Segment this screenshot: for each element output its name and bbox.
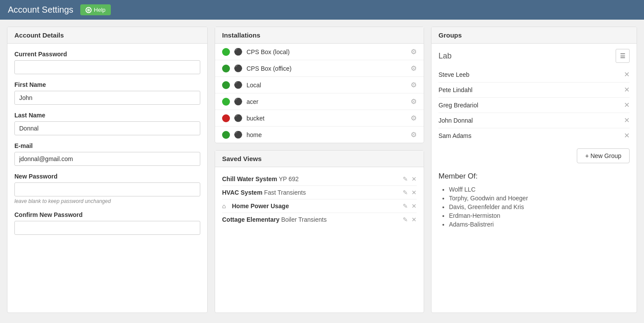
app-header: Account Settings ⊕ Help (0, 0, 644, 20)
status-dot-online (222, 131, 230, 139)
groups-content: Lab ☰ Steve Leeb ✕ Pete Lindahl ✕ Greg B… (432, 44, 637, 234)
group-menu-button[interactable]: ☰ (616, 49, 630, 63)
app-title: Account Settings (8, 5, 73, 15)
groups-title: Groups (432, 27, 637, 44)
middle-column: Installations ⚫ CPS Box (local) ⚙ ⚫ CPS … (215, 27, 424, 313)
saved-view-row: ⌂ Home Power Usage ✎ ✕ (222, 199, 417, 213)
person-icon: ⚫ (234, 131, 242, 139)
edit-icon[interactable]: ✎ (403, 189, 408, 196)
member-name: Sam Adams (438, 132, 624, 139)
saved-view-name: Cottage Elementary (222, 216, 279, 223)
installation-name: CPS Box (local) (247, 48, 406, 55)
new-password-group: New Password leave blank to keep passwor… (14, 173, 200, 204)
installations-list: ⚫ CPS Box (local) ⚙ ⚫ CPS Box (office) ⚙… (215, 44, 424, 143)
person-icon: ⚫ (234, 114, 242, 122)
member-of-section: Member Of: Wolff LLC Torphy, Goodwin and… (438, 168, 630, 229)
installation-row: ⚫ CPS Box (local) ⚙ (215, 44, 424, 60)
account-details-panel: Account Details Current Password First N… (7, 27, 208, 313)
saved-view-name: Home Power Usage (232, 203, 289, 210)
member-of-title: Member Of: (438, 172, 630, 181)
gear-icon[interactable]: ⚙ (411, 48, 417, 56)
remove-member-button[interactable]: ✕ (624, 86, 630, 93)
installation-row: ⚫ bucket ⚙ (215, 110, 424, 127)
first-name-group: First Name (14, 81, 200, 105)
saved-view-name: Chill Water System (222, 175, 277, 182)
saved-view-row: HVAC System Fast Transients ✎ ✕ (222, 186, 417, 199)
status-dot-online (222, 65, 230, 72)
confirm-password-input[interactable] (14, 221, 200, 235)
list-item: Wolff LLC (449, 185, 630, 194)
group-member-row: Steve Leeb ✕ (438, 67, 630, 82)
saved-views-list: Chill Water System YP 692 ✎ ✕ HVAC Syste… (215, 167, 424, 231)
remove-member-button[interactable]: ✕ (624, 102, 630, 109)
installations-panel: Installations ⚫ CPS Box (local) ⚙ ⚫ CPS … (215, 27, 424, 143)
installation-row: ⚫ home ⚙ (215, 127, 424, 143)
installation-name: bucket (247, 115, 406, 122)
first-name-input[interactable] (14, 91, 200, 105)
account-details-title: Account Details (7, 27, 207, 44)
last-name-input[interactable] (14, 121, 200, 135)
current-password-label: Current Password (14, 51, 200, 58)
member-of-list: Wolff LLC Torphy, Goodwin and Hoeger Dav… (438, 185, 630, 229)
installation-name: acer (247, 98, 406, 105)
list-item: Torphy, Goodwin and Hoeger (449, 194, 630, 203)
remove-member-button[interactable]: ✕ (624, 71, 630, 78)
saved-views-panel: Saved Views Chill Water System YP 692 ✎ … (215, 150, 424, 313)
delete-icon[interactable]: ✕ (411, 189, 417, 196)
group-member-row: Sam Adams ✕ (438, 128, 630, 143)
saved-view-row: Chill Water System YP 692 ✎ ✕ (222, 172, 417, 186)
confirm-password-group: Confirm New Password (14, 211, 200, 235)
installation-name: CPS Box (office) (247, 65, 406, 72)
person-icon: ⚫ (234, 81, 242, 89)
new-password-input[interactable] (14, 182, 200, 196)
new-group-button[interactable]: + New Group (577, 148, 630, 163)
gear-icon[interactable]: ⚙ (411, 131, 417, 139)
delete-icon[interactable]: ✕ (411, 216, 417, 223)
saved-view-sub: Boiler Transients (281, 216, 326, 223)
member-name: Steve Leeb (438, 71, 624, 78)
member-name: Greg Bredariol (438, 102, 624, 109)
person-icon: ⚫ (234, 65, 242, 72)
sv-actions: ✎ ✕ (403, 175, 417, 182)
saved-view-sub: Fast Transients (264, 189, 306, 196)
group-header: Lab ☰ (438, 49, 630, 63)
home-icon: ⌂ (222, 203, 226, 210)
confirm-password-label: Confirm New Password (14, 211, 200, 218)
saved-views-title: Saved Views (215, 151, 424, 167)
delete-icon[interactable]: ✕ (411, 175, 417, 182)
gear-icon[interactable]: ⚙ (411, 64, 417, 72)
email-label: E-mail (14, 142, 200, 149)
group-member-row: Pete Lindahl ✕ (438, 82, 630, 98)
edit-icon[interactable]: ✎ (403, 175, 408, 182)
saved-view-item: Chill Water System YP 692 (222, 175, 299, 182)
status-dot-online (222, 98, 230, 106)
installation-name: Local (247, 82, 406, 89)
remove-member-button[interactable]: ✕ (624, 117, 630, 124)
last-name-group: Last Name (14, 112, 200, 135)
remove-member-button[interactable]: ✕ (624, 132, 630, 139)
last-name-label: Last Name (14, 112, 200, 119)
help-button[interactable]: ⊕ Help (80, 4, 111, 15)
account-details-form: Current Password First Name Last Name E-… (7, 44, 207, 249)
current-password-group: Current Password (14, 51, 200, 74)
group-members-list: Steve Leeb ✕ Pete Lindahl ✕ Greg Bredari… (438, 67, 630, 143)
person-icon: ⚫ (234, 98, 242, 106)
help-icon: ⊕ (86, 7, 92, 13)
email-input[interactable] (14, 152, 200, 166)
sv-actions: ✎ ✕ (403, 189, 417, 196)
saved-view-item: HVAC System Fast Transients (222, 189, 306, 196)
installations-title: Installations (215, 27, 424, 44)
list-item: Davis, Greenfelder and Kris (449, 203, 630, 211)
edit-icon[interactable]: ✎ (403, 216, 408, 223)
member-name: Pete Lindahl (438, 86, 624, 93)
delete-icon[interactable]: ✕ (411, 203, 417, 210)
person-icon: ⚫ (234, 48, 242, 56)
gear-icon[interactable]: ⚙ (411, 81, 417, 89)
email-group: E-mail (14, 142, 200, 166)
gear-icon[interactable]: ⚙ (411, 97, 417, 106)
group-member-row: Greg Bredariol ✕ (438, 98, 630, 113)
current-password-input[interactable] (14, 60, 200, 74)
gear-icon[interactable]: ⚙ (411, 114, 417, 122)
edit-icon[interactable]: ✎ (403, 203, 408, 210)
saved-view-item: Cottage Elementary Boiler Transients (222, 216, 327, 223)
